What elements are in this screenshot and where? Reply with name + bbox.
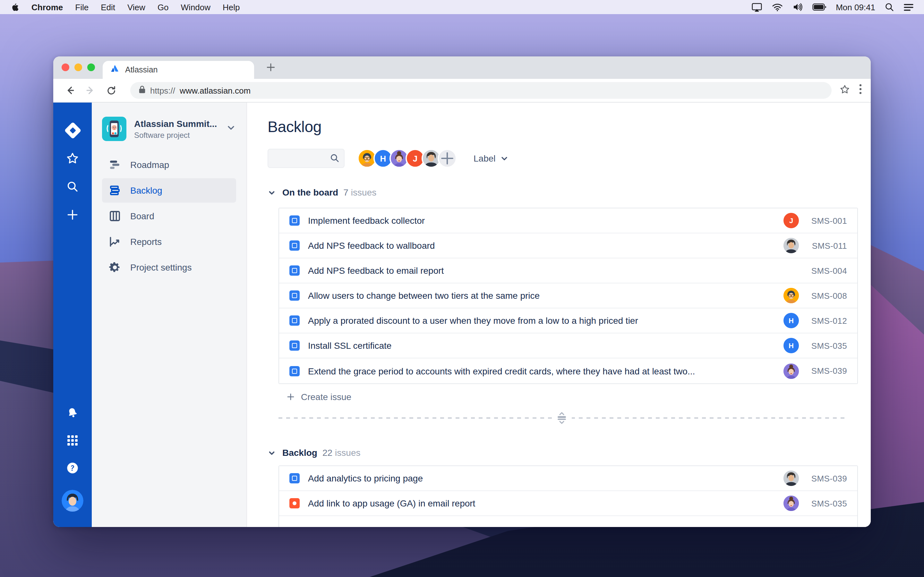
atlassian-favicon [110, 64, 120, 76]
resize-drag-handle[interactable] [552, 411, 572, 425]
issue-key: SMS-008 [807, 291, 847, 300]
issue-title: Apply a prorated discount to a user when… [308, 316, 783, 326]
section-title: Backlog [282, 448, 317, 458]
url-scheme: https:// [150, 85, 175, 95]
forward-button[interactable] [83, 83, 98, 98]
roadmap-icon [108, 158, 121, 171]
macos-menu-bar: Chrome File Edit View Go Window Help Mon… [0, 0, 924, 14]
menu-item-window[interactable]: Window [181, 2, 211, 12]
new-tab-button[interactable] [265, 61, 276, 76]
story-icon [289, 240, 300, 251]
favorites-star-icon[interactable] [65, 151, 79, 168]
assignee-avatar[interactable]: H [783, 338, 799, 353]
screen-mirroring-icon[interactable] [751, 2, 762, 12]
project-sidebar: Atlassian Summit... Software project Roa… [92, 103, 247, 527]
issue-key: SMS-035 [807, 498, 847, 508]
member-avatar-stack: H J [357, 149, 457, 168]
jira-app: Atlassian Summit... Software project Roa… [53, 103, 871, 527]
issue-key: SMS-011 [807, 241, 847, 250]
window-controls [61, 63, 95, 71]
back-button[interactable] [62, 83, 78, 98]
create-issue-button[interactable]: Create issue [286, 392, 858, 402]
bookmark-star-icon[interactable] [839, 84, 850, 97]
chevron-down-icon[interactable] [226, 122, 236, 135]
add-member-button[interactable] [438, 149, 457, 168]
issue-row[interactable]: Implement feedback collector J SMS-001 [279, 208, 857, 234]
close-window-button[interactable] [61, 63, 69, 71]
issue-row[interactable]: Add NPS feedback to email report SMS-004 [279, 258, 857, 284]
browser-tab-atlassian[interactable]: Atlassian [103, 61, 254, 79]
assignee-avatar[interactable]: J [783, 213, 799, 228]
search-icon[interactable] [65, 179, 79, 196]
section-count-unit: issues [335, 448, 360, 458]
assignee-avatar[interactable] [783, 496, 799, 511]
sidebar-item-project-settings[interactable]: Project settings [102, 255, 236, 279]
menu-item-help[interactable]: Help [223, 2, 240, 12]
assignee-avatar[interactable] [783, 238, 799, 253]
label-filter-dropdown[interactable]: Label [473, 153, 509, 163]
issue-key: SMS-001 [807, 216, 847, 226]
issue-key: SMS-039 [807, 366, 847, 376]
section-count: 22 [322, 448, 333, 458]
sidebar-item-roadmap[interactable]: Roadmap [102, 153, 236, 177]
issue-row[interactable]: Add link to app usage (GA) in email repo… [279, 491, 857, 516]
issue-row[interactable]: Install SSL certificate H SMS-035 [279, 334, 857, 358]
control-center-list-icon[interactable] [903, 3, 914, 11]
collapse-chevron-icon[interactable] [268, 448, 276, 457]
plus-icon [286, 392, 295, 401]
project-switcher[interactable]: Atlassian Summit... Software project [102, 117, 236, 141]
issue-row[interactable]: Apply a prorated discount to a user when… [279, 308, 857, 334]
notifications-bell-icon[interactable] [66, 406, 79, 422]
label-filter-text: Label [473, 153, 496, 163]
menu-item-go[interactable]: Go [158, 2, 169, 12]
menu-item-view[interactable]: View [128, 2, 145, 12]
collapse-chevron-icon[interactable] [268, 188, 276, 197]
issue-row-partial[interactable] [279, 516, 857, 527]
user-avatar[interactable] [61, 490, 83, 512]
section-title: On the board [282, 187, 338, 197]
issue-row[interactable]: Add NPS feedback to wallboard SMS-011 [279, 234, 857, 258]
issue-row[interactable]: Allow users to change between two tiers … [279, 284, 857, 308]
help-icon[interactable] [66, 462, 79, 477]
avatar-initial: H [788, 342, 794, 350]
assignee-avatar[interactable] [783, 288, 799, 303]
address-bar[interactable]: https:// www.atlassian.com [130, 82, 832, 99]
menu-item-edit[interactable]: Edit [101, 2, 115, 12]
create-plus-icon[interactable] [65, 208, 79, 224]
sidebar-item-backlog[interactable]: Backlog [102, 178, 236, 203]
minimize-window-button[interactable] [74, 63, 82, 71]
avatar-initial: J [789, 217, 793, 224]
assignee-avatar[interactable]: H [783, 313, 799, 328]
ssl-lock-icon[interactable] [139, 85, 145, 96]
volume-icon[interactable] [792, 3, 803, 11]
browser-menu-icon[interactable] [859, 84, 862, 97]
assignee-avatar[interactable] [783, 363, 799, 379]
battery-icon [812, 3, 826, 11]
zoom-window-button[interactable] [87, 63, 95, 71]
issue-row[interactable]: Extend the grace period to accounts with… [279, 358, 857, 384]
wifi-icon[interactable] [772, 3, 782, 11]
issue-title: Install SSL certificate [308, 340, 783, 351]
menu-item-file[interactable]: File [75, 2, 89, 12]
reload-button[interactable] [103, 83, 119, 98]
assignee-avatar[interactable] [783, 471, 799, 486]
issue-title: Add analytics to pricing page [308, 473, 783, 484]
project-avatar [102, 117, 126, 141]
tab-title: Atlassian [125, 65, 158, 74]
story-icon [289, 340, 300, 351]
story-icon [289, 473, 300, 484]
issue-title: Extend the grace period to accounts with… [308, 366, 783, 376]
gear-icon [108, 261, 121, 274]
app-switcher-grid-icon[interactable] [67, 435, 78, 449]
sidebar-item-board[interactable]: Board [102, 204, 236, 228]
jira-logo-icon[interactable] [64, 122, 81, 139]
menu-item-chrome[interactable]: Chrome [31, 2, 63, 12]
sidebar-item-label: Project settings [130, 262, 192, 272]
issue-row[interactable]: Add analytics to pricing page SMS-039 [279, 466, 857, 491]
apple-menu-icon[interactable] [10, 2, 19, 12]
section-count: 7 [343, 187, 349, 197]
spotlight-search-icon[interactable] [885, 3, 894, 11]
sidebar-item-reports[interactable]: Reports [102, 229, 236, 254]
story-icon [289, 366, 300, 376]
sidebar-item-label: Roadmap [130, 160, 169, 170]
